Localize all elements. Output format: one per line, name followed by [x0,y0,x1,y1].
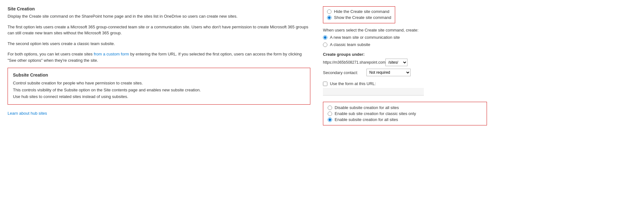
show-radio-input[interactable] [327,15,331,20]
enable-classic-radio-label: Enable sub site creation for classic sit… [335,111,416,116]
paragraph-2: The second option lets users create a cl… [8,41,310,47]
use-form-row: Use the form at this URL: [323,81,487,86]
show-radio-label: Show the Create site command [334,15,391,20]
when-label: When users select the Create site comman… [323,28,487,32]
url-path-select[interactable]: /sites/ /teams/ / [385,59,407,66]
create-groups-label: Create groups under: [323,52,487,57]
secondary-contact-select[interactable]: Not required Required [366,69,411,76]
hide-radio-label: Hide the Create site command [334,9,389,14]
enable-all-radio-item[interactable]: Enable subsite creation for all sites [328,117,482,122]
when-select-group: When users select the Create site comman… [323,28,487,47]
secondary-contact-row: Secondary contact: Not required Required [323,69,487,76]
show-radio-item[interactable]: Show the Create site command [327,15,391,20]
learn-hub-sites-link[interactable]: Learn about hub sites [8,111,47,116]
classic-radio-input[interactable] [323,43,327,47]
url-row: https://m365b508271.sharepoint.com /site… [323,59,487,66]
left-panel: Site Creation Display the Create site co… [8,6,310,125]
hide-radio-input[interactable] [327,9,331,14]
site-creation-title: Site Creation [8,6,310,11]
enable-classic-radio-input[interactable] [328,112,332,116]
use-form-label: Use the form at this URL: [330,81,376,86]
subsite-right-options: Disable subsite creation for all sites E… [323,102,487,125]
disable-subsite-radio-input[interactable] [328,106,332,110]
use-form-checkbox[interactable] [323,82,327,86]
secondary-contact-label: Secondary contact: [323,70,364,75]
create-groups-section: Create groups under: https://m365b508271… [323,52,487,76]
enable-classic-radio-item[interactable]: Enable sub site creation for classic sit… [328,111,482,116]
site-creation-description: Display the Create site command on the S… [8,13,310,20]
subsite-desc-3: Use hub sites to connect related sites i… [13,94,305,100]
paragraph-1: The first option lets users create a Mic… [8,24,310,36]
disable-subsite-radio-label: Disable subsite creation for all sites [335,105,399,110]
new-team-radio-input[interactable] [323,35,327,40]
subsite-creation-title: Subsite Creation [13,72,305,78]
classic-radio-item[interactable]: A classic team subsite [323,42,487,47]
right-panel: Hide the Create site command Show the Cr… [323,6,487,125]
subsite-desc-1: Control subsite creation for people who … [13,80,305,86]
paragraph-3: For both options, you can let users crea… [8,51,310,63]
url-static-text: https://m365b508271.sharepoint.com [323,60,385,65]
subsite-creation-section: Subsite Creation Control subsite creatio… [8,68,310,105]
custom-form-link[interactable]: from a custom form [94,52,129,56]
site-creation-section: Site Creation Display the Create site co… [8,6,310,63]
enable-all-radio-input[interactable] [328,118,332,122]
classic-radio-label: A classic team subsite [330,42,370,47]
hide-radio-item[interactable]: Hide the Create site command [327,9,391,14]
new-team-radio-item[interactable]: A new team site or communication site [323,35,487,40]
subsite-desc-2: This controls visibility of the Subsite … [13,87,305,93]
url-input-row [323,88,487,95]
disable-subsite-radio-item[interactable]: Disable subsite creation for all sites [328,105,482,110]
enable-all-radio-label: Enable subsite creation for all sites [335,117,398,122]
form-url-input[interactable] [323,88,424,95]
new-team-radio-label: A new team site or communication site [330,35,400,40]
show-hide-radio-group: Hide the Create site command Show the Cr… [323,6,395,23]
